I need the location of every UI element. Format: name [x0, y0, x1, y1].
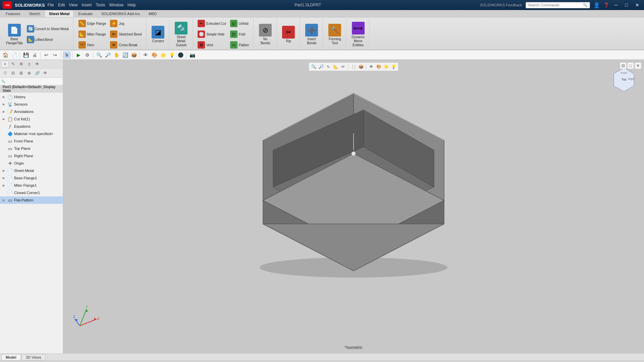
- extruded-cut-button[interactable]: ✂ Extruded Cut: [196, 19, 227, 29]
- rebuild-button[interactable]: ▶: [74, 51, 83, 59]
- hem-button[interactable]: 〰 Hem: [77, 40, 108, 50]
- 3d-viewport[interactable]: X Y Z Top Front Right *Isometric: [63, 60, 644, 353]
- tree-item-sensors[interactable]: ▶ 📡 Sensors: [0, 101, 63, 108]
- tree-item-top-plane[interactable]: ▭ Top Plane: [0, 145, 63, 152]
- redo-button[interactable]: ↪: [51, 51, 59, 59]
- tab-addins[interactable]: SOLIDWORKS Add-Ins: [97, 10, 144, 17]
- split-view-button[interactable]: ⊟: [620, 62, 627, 69]
- color-mode-button[interactable]: 🎨: [375, 63, 382, 70]
- undo-button[interactable]: ↩: [42, 51, 50, 59]
- close-button[interactable]: ✕: [633, 2, 641, 8]
- forming-tool-button[interactable]: 🔨 FormingTool: [326, 22, 343, 47]
- unfold-button[interactable]: ◱ Unfold: [228, 19, 251, 29]
- lofted-bend-button[interactable]: 📐 Lofted-Bend: [25, 35, 70, 45]
- user-icon[interactable]: 👤: [593, 2, 600, 8]
- base-flange-button[interactable]: 📄 BaseFlange/Tab: [4, 22, 24, 47]
- close-viewport-button[interactable]: ✕: [635, 62, 641, 69]
- shading-button[interactable]: 👁: [368, 63, 375, 70]
- menu-insert[interactable]: Insert: [82, 3, 92, 7]
- tab-evaluate[interactable]: Evaluate: [74, 10, 97, 17]
- panel-tab-dim-xpert[interactable]: ±: [25, 61, 33, 67]
- sheet-metal-gusset-button[interactable]: 🔩 SheetMetalGusset: [173, 20, 190, 49]
- realview-vp-button[interactable]: 🌟: [383, 63, 389, 70]
- options-button[interactable]: ⚙: [83, 51, 91, 59]
- maximize-viewport-button[interactable]: □: [627, 62, 634, 69]
- tree-item-equations[interactable]: 𝑓 Equations: [0, 123, 63, 130]
- zoom-in-viewport-button[interactable]: 🔎: [318, 63, 324, 70]
- tree-item-flat-pattern[interactable]: ▶ ▭ Flat-Pattern: [0, 196, 63, 204]
- screen-capture-button[interactable]: 📷: [188, 51, 196, 59]
- sketched-bend-button[interactable]: ✏ Sketched Bend: [108, 29, 143, 40]
- view-cube[interactable]: Top Front Right: [610, 66, 637, 93]
- help-icon[interactable]: ❓: [603, 2, 609, 8]
- flatten-button[interactable]: ▭ Flatten: [228, 40, 251, 50]
- no-bends-button[interactable]: ⊘ NoBends: [257, 22, 274, 47]
- display-style-button[interactable]: 👁: [142, 51, 150, 59]
- shadows-button[interactable]: 🌑: [176, 51, 184, 59]
- collapse-all-button[interactable]: ⊟: [9, 70, 17, 76]
- ambient-occlusion-button[interactable]: 💡: [168, 51, 176, 59]
- 3d-view-button[interactable]: 📦: [358, 63, 364, 70]
- scroll-to-feature-button[interactable]: ⊕: [25, 70, 33, 76]
- panel-tab-feature-manager[interactable]: ≡: [1, 61, 9, 67]
- dynamic-mirror-button[interactable]: ⟺ DynamicMirrorEntities: [350, 20, 367, 49]
- edge-flange-button[interactable]: 📏 Edge Flange: [77, 19, 108, 29]
- tree-item-miter-flange1[interactable]: ▶ 📄 Miter Flange1: [0, 182, 63, 189]
- insert-bends-button[interactable]: ➕ InsertBends: [303, 22, 320, 47]
- tree-item-annotations[interactable]: ▶ 📝 Annotations: [0, 108, 63, 115]
- zoom-in-button[interactable]: 🔎: [104, 51, 112, 59]
- miter-flange-button[interactable]: 📐 Miter Flange: [77, 29, 108, 40]
- hide-show-button[interactable]: 👁: [42, 70, 49, 76]
- convert-sheet-button[interactable]: 🔄 Convert to Sheet Metal: [25, 24, 70, 34]
- tab-model[interactable]: Model: [1, 354, 21, 360]
- menu-help[interactable]: Help: [127, 3, 136, 7]
- zoom-to-fit-viewport-button[interactable]: 🔍: [310, 63, 317, 70]
- zoom-to-fit-button[interactable]: 🔍: [95, 51, 103, 59]
- home-button[interactable]: 🏠: [1, 51, 9, 59]
- tree-item-right-plane[interactable]: ▭ Right Plane: [0, 152, 63, 160]
- corners-button[interactable]: ◪ Corners: [150, 24, 166, 45]
- panel-tab-display-manager[interactable]: 👁: [34, 61, 41, 67]
- feature-tree[interactable]: ▶ 🕐 History ▶ 📡 Sensors ▶ 📝 Annotations …: [0, 93, 63, 353]
- rotate-button[interactable]: 🔄: [121, 51, 129, 59]
- tree-item-front-plane[interactable]: ▭ Front Plane: [0, 137, 63, 145]
- rip-button[interactable]: ✂ Rip: [280, 24, 297, 45]
- snap-button[interactable]: 📐: [332, 63, 339, 70]
- filter-button[interactable]: ▽: [1, 70, 9, 76]
- tree-item-cut-list[interactable]: ▶ 📋 Cut list(1): [0, 115, 63, 123]
- maximize-button[interactable]: □: [623, 2, 630, 8]
- realview-button[interactable]: 🌟: [159, 51, 167, 59]
- new-doc-button[interactable]: 📄: [10, 51, 18, 59]
- print-button[interactable]: 🖨: [31, 51, 39, 59]
- vent-button[interactable]: ⊞ Vent: [196, 40, 227, 50]
- tab-3d-views[interactable]: 3D Views: [21, 354, 46, 360]
- tab-mbd[interactable]: MBD: [144, 10, 161, 17]
- menu-view[interactable]: View: [69, 3, 78, 7]
- dimension-button[interactable]: ✏: [340, 63, 346, 70]
- menu-edit[interactable]: Edit: [58, 3, 65, 7]
- minimize-button[interactable]: ─: [612, 2, 620, 8]
- ambient-vp-button[interactable]: 💡: [390, 63, 397, 70]
- save-button[interactable]: 💾: [22, 51, 30, 59]
- search-box[interactable]: 🔍: [526, 2, 590, 8]
- box-select-button[interactable]: ⬚: [350, 63, 357, 70]
- tree-item-sheet-metal[interactable]: ▶ 📄 Sheet-Metal: [0, 167, 63, 174]
- tab-sketch[interactable]: Sketch: [24, 10, 45, 17]
- expand-all-button[interactable]: ⊞: [17, 70, 25, 76]
- cross-break-button[interactable]: ✕ Cross-Break: [108, 40, 143, 50]
- select-button[interactable]: 🖱: [63, 51, 71, 59]
- menu-file[interactable]: File: [48, 3, 54, 7]
- tab-features[interactable]: Features: [1, 10, 24, 17]
- section-view-button[interactable]: 📦: [130, 51, 138, 59]
- menu-window[interactable]: Window: [109, 3, 123, 7]
- fold-button[interactable]: ◰ Fold: [228, 29, 251, 40]
- tab-sheet-metal[interactable]: Sheet Metal: [45, 10, 74, 17]
- jog-button[interactable]: ⚡ Jog: [108, 19, 143, 29]
- tree-item-origin[interactable]: ✛ Origin: [0, 160, 63, 167]
- simple-hole-button[interactable]: ⚪ Simple Hole: [196, 29, 227, 40]
- menu-tools[interactable]: Tools: [96, 3, 105, 7]
- tree-item-base-flange1[interactable]: ▶ 📄 Base-Flange1: [0, 174, 63, 182]
- tree-item-closed-corner1[interactable]: 📄 Closed Corner1: [0, 189, 63, 196]
- panel-tab-property-manager[interactable]: ✎: [9, 61, 17, 67]
- select-viewport-button[interactable]: ↖: [325, 63, 332, 70]
